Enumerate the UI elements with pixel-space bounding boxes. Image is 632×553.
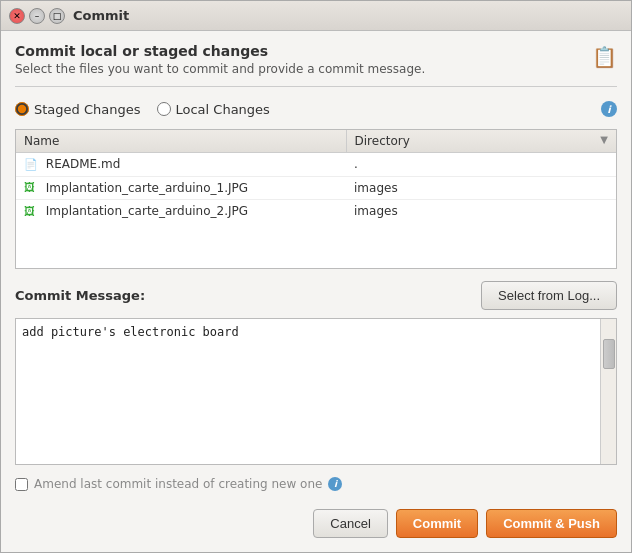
file-icon-md: 📄 — [24, 158, 38, 172]
amend-row: Amend last commit instead of creating ne… — [15, 473, 617, 495]
maximize-button[interactable]: □ — [49, 8, 65, 24]
commit-icon: 📋 — [592, 45, 617, 69]
file-dir-cell: images — [346, 176, 616, 200]
file-table: Name Directory ▼ 📄 README.md — [16, 130, 616, 223]
minimize-button[interactable]: – — [29, 8, 45, 24]
local-label: Local Changes — [176, 102, 270, 117]
file-name-cell: 📄 README.md — [16, 153, 346, 177]
close-button[interactable]: ✕ — [9, 8, 25, 24]
amend-label: Amend last commit instead of creating ne… — [34, 477, 322, 491]
commit-dialog: ✕ – □ Commit Commit local or staged chan… — [0, 0, 632, 553]
file-table-body: 📄 README.md . 🖼 Implantation_carte_ardui… — [16, 153, 616, 223]
sort-icon: ▼ — [600, 134, 608, 145]
titlebar: ✕ – □ Commit — [1, 1, 631, 31]
amend-info-icon[interactable]: i — [328, 477, 342, 491]
commit-message-container: add picture's electronic board — [15, 318, 617, 465]
radio-row: Staged Changes Local Changes i — [15, 97, 617, 121]
file-icon-img: 🖼 — [24, 181, 38, 195]
footer-buttons: Cancel Commit Commit & Push — [15, 503, 617, 542]
file-dir-cell: images — [346, 200, 616, 223]
table-row[interactable]: 📄 README.md . — [16, 153, 616, 177]
table-row[interactable]: 🖼 Implantation_carte_arduino_1.JPG image… — [16, 176, 616, 200]
file-name-cell: 🖼 Implantation_carte_arduino_1.JPG — [16, 176, 346, 200]
commit-message-label: Commit Message: — [15, 288, 145, 303]
file-table-container: Name Directory ▼ 📄 README.md — [15, 129, 617, 269]
textarea-scrollbar[interactable] — [600, 319, 616, 464]
file-name-cell: 🖼 Implantation_carte_arduino_2.JPG — [16, 200, 346, 223]
staged-radio-input[interactable] — [15, 102, 29, 116]
commit-push-button[interactable]: Commit & Push — [486, 509, 617, 538]
file-name: Implantation_carte_arduino_2.JPG — [46, 204, 248, 218]
col-directory-header: Directory ▼ — [346, 130, 616, 153]
commit-message-input[interactable]: add picture's electronic board — [16, 319, 616, 464]
file-dir-cell: . — [346, 153, 616, 177]
col-name-header: Name — [16, 130, 346, 153]
radio-group: Staged Changes Local Changes — [15, 102, 270, 117]
file-name: Implantation_carte_arduino_1.JPG — [46, 181, 248, 195]
staged-label: Staged Changes — [34, 102, 141, 117]
select-from-log-button[interactable]: Select from Log... — [481, 281, 617, 310]
subtitle: Select the files you want to commit and … — [15, 62, 425, 76]
commit-button[interactable]: Commit — [396, 509, 478, 538]
dialog-content: Commit local or staged changes Select th… — [1, 31, 631, 552]
staged-changes-radio[interactable]: Staged Changes — [15, 102, 141, 117]
separator-1 — [15, 86, 617, 87]
file-name: README.md — [46, 157, 120, 171]
table-header-row: Name Directory ▼ — [16, 130, 616, 153]
local-radio-input[interactable] — [157, 102, 171, 116]
window-title: Commit — [73, 8, 129, 23]
cancel-button[interactable]: Cancel — [313, 509, 387, 538]
header-text: Commit local or staged changes Select th… — [15, 43, 425, 76]
main-title: Commit local or staged changes — [15, 43, 425, 59]
table-row[interactable]: 🖼 Implantation_carte_arduino_2.JPG image… — [16, 200, 616, 223]
commit-message-row: Commit Message: Select from Log... — [15, 281, 617, 310]
file-icon-img: 🖼 — [24, 205, 38, 219]
amend-checkbox[interactable] — [15, 478, 28, 491]
info-icon[interactable]: i — [601, 101, 617, 117]
window-controls: ✕ – □ — [9, 8, 65, 24]
local-changes-radio[interactable]: Local Changes — [157, 102, 270, 117]
scrollbar-thumb — [603, 339, 615, 369]
header-section: Commit local or staged changes Select th… — [15, 43, 617, 76]
